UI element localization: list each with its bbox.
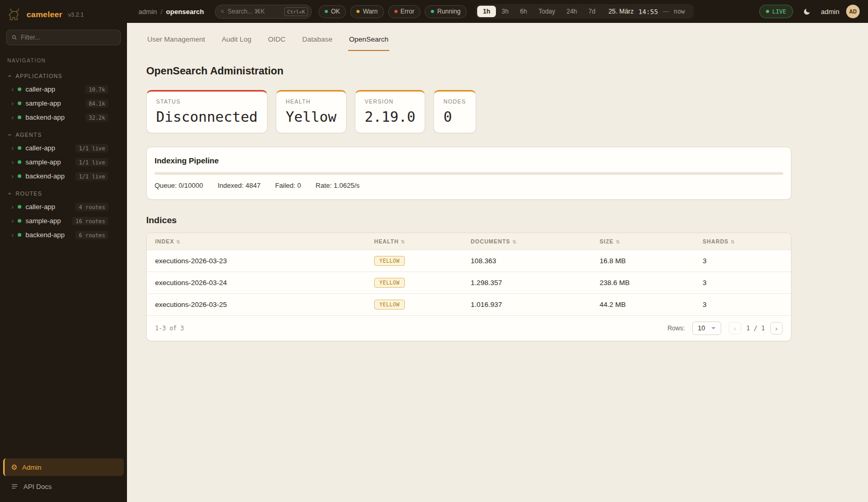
time-range-7d[interactable]: 7d — [583, 6, 601, 17]
cell-health: YELLOW — [366, 250, 463, 272]
column-header-health[interactable]: HEALTH⇅ — [366, 233, 463, 250]
navigation-label: NAVIGATION — [0, 53, 127, 66]
sort-icon: ⇅ — [512, 239, 516, 244]
next-page-button[interactable]: › — [770, 322, 783, 334]
stat-label: VERSION — [365, 98, 416, 105]
rows-per-page-select[interactable]: 10 — [692, 321, 721, 335]
cell-shards: 3 — [694, 250, 791, 272]
rows-per-page-value: 10 — [698, 325, 705, 332]
sort-icon: ⇅ — [616, 239, 620, 244]
tab-audit-log[interactable]: Audit Log — [221, 35, 252, 51]
running-dot-icon — [431, 10, 434, 13]
status-dot — [18, 174, 21, 178]
live-label: LIVE — [772, 8, 786, 15]
cell-size: 238.6 MB — [591, 272, 694, 294]
stat-cards: STATUS Disconnected HEALTH Yellow VERSIO… — [146, 90, 792, 133]
health-badge: YELLOW — [374, 278, 405, 288]
column-header-documents[interactable]: DOCUMENTS⇅ — [463, 233, 592, 250]
avatar[interactable]: AD — [846, 5, 860, 18]
sidebar-item-admin[interactable]: ⚙ Admin — [3, 458, 124, 476]
time-range-6h[interactable]: 6h — [514, 6, 532, 17]
sidebar-item-route-backend-app[interactable]: › backend-app 6 routes — [0, 228, 127, 242]
tab-database[interactable]: Database — [301, 35, 334, 51]
sidebar-item-badge: 6 routes — [75, 231, 108, 239]
cell-health: YELLOW — [366, 294, 463, 316]
breadcrumb-parent[interactable]: admin — [138, 8, 157, 16]
moon-icon — [803, 8, 811, 16]
sidebar-section-routes[interactable]: ROUTES — [0, 183, 127, 200]
sidebar-item-label: backend-app — [25, 231, 71, 239]
table-row[interactable]: executions-2026-03-23 YELLOW 108.363 16.… — [147, 250, 791, 272]
table-row[interactable]: executions-2026-03-24 YELLOW 1.298.357 2… — [147, 272, 791, 294]
chevron-right-icon: › — [11, 232, 14, 238]
admin-label: Admin — [22, 464, 42, 471]
tab-oidc[interactable]: OIDC — [267, 35, 287, 51]
app-version: v3.2.1 — [68, 11, 84, 18]
main-content: User Management Audit Log OIDC Database … — [127, 23, 868, 502]
table-row[interactable]: executions-2026-03-25 YELLOW 1.016.937 4… — [147, 294, 791, 316]
filter-running[interactable]: Running — [425, 5, 467, 18]
cell-documents: 108.363 — [463, 250, 592, 272]
status-dot — [18, 101, 21, 105]
time-range-today[interactable]: Today — [533, 6, 561, 17]
status-filters: OK Warn Error Running — [318, 5, 467, 18]
filter-error[interactable]: Error — [388, 5, 421, 18]
dark-mode-toggle[interactable] — [800, 4, 814, 19]
filter-ok[interactable]: OK — [318, 5, 346, 18]
admin-tabs: User Management Audit Log OIDC Database … — [146, 23, 792, 51]
user-name: admin — [821, 8, 839, 16]
stat-value: Yellow — [286, 109, 337, 125]
sidebar-item-api-docs[interactable]: API Docs — [3, 478, 124, 495]
status-dot — [18, 146, 21, 150]
chevron-right-icon: › — [11, 114, 14, 121]
health-badge: YELLOW — [374, 256, 405, 266]
pipeline-title: Indexing Pipeline — [155, 156, 783, 165]
sidebar-filter[interactable] — [6, 30, 121, 45]
time-range-24h[interactable]: 24h — [561, 6, 583, 17]
main-column: admin / opensearch Ctrl+K OK Warn — [127, 0, 868, 502]
sidebar-item-badge: 32.2k — [85, 113, 108, 122]
time-range-1h[interactable]: 1h — [477, 6, 496, 17]
sidebar-section-agents[interactable]: AGENTS — [0, 124, 127, 141]
tab-opensearch[interactable]: OpenSearch — [348, 35, 390, 51]
global-search-input[interactable] — [227, 8, 280, 15]
current-date: 25. März — [608, 8, 634, 15]
time-range-3h[interactable]: 3h — [496, 6, 514, 17]
sidebar-item-caller-app[interactable]: › caller-app 10.7k — [0, 82, 127, 96]
sort-icon: ⇅ — [176, 239, 181, 244]
column-header-index[interactable]: INDEX⇅ — [147, 233, 366, 250]
sidebar-item-agent-backend-app[interactable]: › backend-app 1/1 live — [0, 169, 127, 183]
stat-value: 0 — [443, 109, 466, 125]
column-header-size[interactable]: SIZE⇅ — [591, 233, 694, 250]
global-search[interactable]: Ctrl+K — [215, 5, 312, 19]
stat-card-status: STATUS Disconnected — [146, 90, 267, 133]
sidebar-section-applications[interactable]: APPLICATIONS — [0, 66, 127, 82]
sidebar-item-badge: 84.1k — [85, 99, 108, 108]
status-dot — [18, 219, 21, 223]
cameleer-logo-icon — [7, 8, 22, 21]
sidebar-item-backend-app[interactable]: › backend-app 32.2k — [0, 110, 127, 124]
sidebar-item-sample-app[interactable]: › sample-app 84.1k — [0, 96, 127, 110]
column-header-shards[interactable]: SHARDS⇅ — [694, 233, 791, 250]
sidebar-filter-input[interactable] — [21, 34, 116, 41]
sidebar-item-badge: 16 routes — [72, 217, 108, 225]
sidebar-footer: ⚙ Admin API Docs — [0, 454, 127, 502]
sidebar-item-route-sample-app[interactable]: › sample-app 16 routes — [0, 214, 127, 228]
sidebar-item-agent-sample-app[interactable]: › sample-app 1/1 live — [0, 155, 127, 169]
time-range-display[interactable]: 25. März 14:55 — now — [601, 8, 692, 16]
cell-health: YELLOW — [366, 272, 463, 294]
tab-user-management[interactable]: User Management — [146, 35, 206, 51]
sidebar: cameleer v3.2.1 NAVIGATION APPLICATIONS … — [0, 0, 127, 502]
sidebar-item-route-caller-app[interactable]: › caller-app 4 routes — [0, 200, 127, 214]
sort-icon: ⇅ — [731, 239, 735, 244]
filter-warn[interactable]: Warn — [350, 5, 384, 18]
sidebar-item-agent-caller-app[interactable]: › caller-app 1/1 live — [0, 141, 127, 155]
pipeline-failed: Failed: 0 — [275, 182, 301, 189]
live-badge[interactable]: LIVE — [759, 5, 793, 18]
prev-page-button[interactable]: ‹ — [729, 322, 741, 334]
status-dot — [18, 205, 21, 209]
sidebar-item-label: sample-app — [25, 158, 71, 166]
pipeline-queue: Queue: 0/10000 — [155, 182, 203, 189]
cell-size: 16.8 MB — [591, 250, 694, 272]
sidebar-item-badge: 1/1 live — [75, 172, 108, 181]
